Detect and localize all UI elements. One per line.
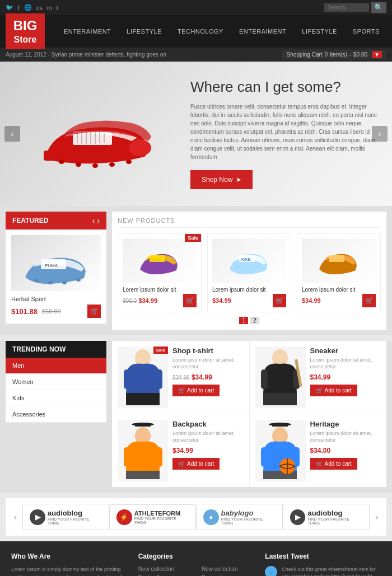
add-cart-sneaker-button[interactable]: 🛒 Add to cart [310,385,357,396]
audioblog-icon-1: ▶ [30,509,45,525]
featured-header: FEATURED ‹ › [6,212,106,230]
featured-prev-icon[interactable]: ‹ [92,216,95,225]
backpack-person-svg [119,422,167,480]
add-cart-3-button[interactable]: 🛒 [362,294,376,307]
add-cart-backpack-button[interactable]: 🛒 Add to cart [172,458,220,470]
hero-image [11,92,179,176]
svg-point-13 [92,163,98,168]
babylogo-icon: ● [203,509,219,525]
hero-description: Fusce ultrices ornare velit, consectetur… [190,102,381,161]
trending-img-backpack [118,420,168,481]
search-button[interactable]: 🔍 [371,2,386,13]
trending-desc-sneaker: Lorem ipsum dolor sit amet, consectetur [310,357,381,370]
cart-dropdown-icon[interactable]: ▼ [372,51,382,58]
svg-rect-25 [329,255,344,262]
featured-price-area: $101.88 $60.00 🛒 [11,305,101,318]
brand-name-1: audioblog [48,509,102,517]
trending-name-sneaker: Sneaker [310,346,381,355]
nav-sports[interactable]: SPORTS [345,24,388,39]
svg-rect-22 [150,255,165,262]
hero-prev-button[interactable]: ‹ [4,126,20,142]
hero-next-button[interactable]: › [372,126,388,142]
ticker-text: August 12, 2012 - Syrian prime minister … [6,51,166,58]
featured-add-cart-button[interactable]: 🛒 [87,305,101,318]
cart-items-label: item(s) [330,51,347,58]
svg-rect-40 [156,447,162,467]
cart-info[interactable]: Shopping Cart 0 item(s) - $0.00 ▼ [282,50,386,59]
facebook-icon[interactable]: f [18,4,20,11]
svg-point-19 [48,281,53,284]
featured-next-icon[interactable]: › [97,216,100,225]
svg-text:PUMA: PUMA [45,263,58,268]
search-bar[interactable]: 🔍 [324,2,386,13]
footer-cat-link-2-1[interactable]: New collection [202,566,254,572]
brand-sub-3: FIND YOUR FAVORITE THING [221,517,276,525]
shop-now-button[interactable]: Shop Now ➤ [190,170,253,189]
brand-audioblog-1[interactable]: ▶ audioblog FIND YOUR FAVORITE THING [22,504,109,530]
add-cart-tshirt-button[interactable]: 🛒 Add to cart [172,385,220,396]
add-cart-2-button[interactable]: 🛒 [273,294,286,307]
trending-nav: Men Women Kids Accessories [6,358,106,423]
brands-prev-button[interactable]: ‹ [11,512,20,522]
svg-point-21 [76,278,81,282]
logo[interactable]: BIG Store [6,13,45,49]
page-2-button[interactable]: 2 [250,317,259,324]
svg-point-11 [59,160,64,164]
nav-enteraiment-2[interactable]: ENTERAIMENT [231,24,294,39]
logo-store: Store [12,34,38,45]
svg-point-36 [132,423,154,426]
cs-icon[interactable]: cs [36,4,43,11]
trending-nav-women[interactable]: Women [6,374,106,390]
tumblr-icon[interactable]: t [57,4,58,11]
featured-product-name: Herbal Sport [11,296,101,302]
footer-cat-link-1-1[interactable]: New collection [138,566,190,572]
nav-enteraiment-1[interactable]: ENTERAIMENT [56,24,119,39]
brand-babylogo[interactable]: ● babylogo FIND YOUR FAVORITE THING [196,504,283,530]
nav-lifestyle-1[interactable]: LIFESTYLE [119,24,170,39]
heritage-person-svg [256,422,304,480]
product-name-1: Lorem ipsum dolor sit [123,287,197,293]
trending-nav-kids[interactable]: Kids [6,390,106,406]
trending-header: TRENDING NOW [6,341,106,358]
add-cart-1-button[interactable]: 🛒 [183,294,197,307]
brand-name-4: audioblog [307,509,362,517]
product-3-shoe-svg [316,246,361,277]
svg-rect-29 [156,369,162,389]
brands-next-button[interactable]: › [372,512,381,522]
trending-desc-heritage: Lorem ipsum dolor sit amet, consectetur [310,430,381,443]
trending-price-row-heritage: $34.00 [310,447,381,455]
brand-sub-4: FIND YOUR FAVORITE THING [307,517,362,525]
svg-point-42 [269,423,291,426]
svg-rect-45 [261,447,268,467]
product-old-price-1: $00.0 [123,298,137,304]
nav-technology[interactable]: TECHNOLOGY [170,24,231,39]
product-price-1: $34.99 [138,297,157,304]
main-nav: ENTERAIMENT LIFESTYLE TECHNOLOGY ENTERAI… [56,24,388,39]
featured-product: PUMA Herbal Sport $101.88 $60.00 🛒 [6,230,106,324]
linkedin-icon[interactable]: in [47,4,52,11]
trending-desc-tshirt: Lorem ipsum dolor sit amet, consectetur [172,357,244,370]
twitter-icon[interactable]: 🐦 [6,4,13,11]
add-cart-heritage-button[interactable]: 🛒 Add to cart [310,458,357,470]
svg-rect-28 [124,369,130,389]
hero-text-area: Where can I get some? Fusce ultrices orn… [179,78,381,189]
trending-price-row-tshirt: $34.99 $34.99 [172,373,244,381]
product-image-2: NIKE [212,238,286,283]
brand-audioblog-2[interactable]: ▶ audioblog FIND YOUR FAVORITE THING [283,504,370,530]
brand-athleteform[interactable]: ⚡ ATHLETEFORM FIND YOUR FAVORITE THING [109,504,196,530]
trending-info-backpack: Backpack Lorem ipsum dolor sit amet, con… [172,420,244,470]
logo-big: BIG [12,18,38,34]
product-card-3: Lorem ipsum dolor sit $34.99 🛒 [297,233,381,312]
trending-nav-men[interactable]: Men [6,358,106,374]
globe-icon[interactable]: 🌐 [24,4,32,11]
cart-label: Shopping Cart [287,51,323,58]
trending-info-tshirt: Shop t-shirt Lorem ipsum dolor sit amet,… [172,346,244,396]
nav-lifestyle-2[interactable]: LIFESTYLE [294,24,345,39]
search-input[interactable] [324,3,369,12]
social-icons: 🐦 f 🌐 cs in t [6,4,58,11]
trending-price-row-backpack: $34.99 [172,447,244,455]
featured-old-price: $60.00 [42,308,61,315]
page-1-button[interactable]: 1 [239,317,248,324]
trending-sale-badge: Sale [153,346,168,354]
trending-nav-accessories[interactable]: Accessories [6,406,106,423]
